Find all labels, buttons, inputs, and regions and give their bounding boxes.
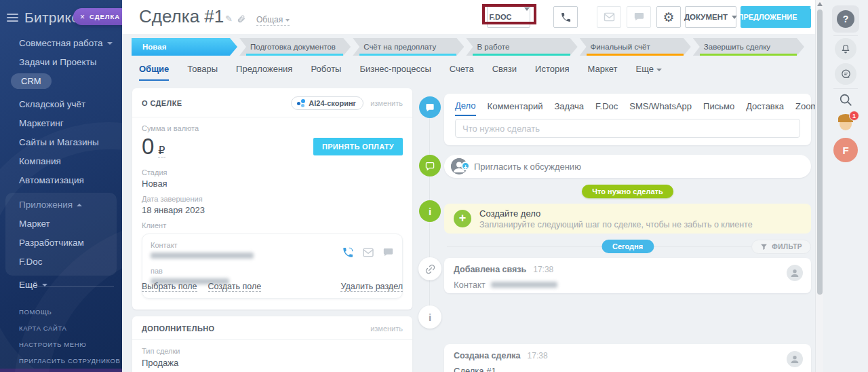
deal-category-select[interactable]: Общая xyxy=(256,15,290,26)
invite-avatar-icon: + xyxy=(451,158,467,174)
sidebar-footer-help[interactable]: ПОМОЩЬ xyxy=(19,304,120,320)
settings-button[interactable]: ⚙ xyxy=(656,6,681,28)
sidebar-item-apps[interactable]: Приложения xyxy=(5,196,117,215)
tl-tab-delivery[interactable]: Доставка xyxy=(746,101,784,115)
call-contact-icon[interactable] xyxy=(342,246,354,259)
tab-invoices[interactable]: Счета xyxy=(450,64,474,81)
timeline-entry-deal-created[interactable]: Создана сделка 17:38 Сделка #1 xyxy=(444,344,811,372)
tab-market[interactable]: Маркет xyxy=(588,64,618,81)
sidebar-footer-sitemap[interactable]: КАРТА САЙТА xyxy=(19,320,120,337)
tl-tab-activity[interactable]: Дело xyxy=(455,100,476,116)
additional-edit-link[interactable]: изменить xyxy=(370,324,403,333)
tab-links[interactable]: Связи xyxy=(492,64,517,81)
vertical-scrollbar[interactable] xyxy=(815,0,823,372)
stage-prepay-invoice[interactable]: Счёт на предоплату xyxy=(353,38,464,56)
choose-field-link[interactable]: Выбрать поле xyxy=(142,282,197,292)
accept-payment-button[interactable]: ПРИНЯТЬ ОПЛАТУ xyxy=(313,138,403,155)
paperclip-icon[interactable] xyxy=(237,14,245,23)
todo-input[interactable] xyxy=(455,119,800,138)
about-edit-link[interactable]: изменить xyxy=(370,99,403,107)
close-icon[interactable]: × xyxy=(80,13,85,21)
entry-author-avatar[interactable] xyxy=(787,351,803,367)
tab-quotes[interactable]: Предложения xyxy=(236,64,292,81)
stage-new[interactable]: Новая xyxy=(132,38,237,56)
sidebar-item-crm[interactable]: CRM xyxy=(0,73,122,94)
today-pill[interactable]: Сегодня xyxy=(601,240,654,253)
scrollbar-thumb[interactable] xyxy=(817,10,823,295)
timeline-entry-link-added[interactable]: Добавлена связь 17:38 Контакт xyxy=(444,258,811,293)
stage-value[interactable]: Новая xyxy=(142,179,403,189)
close-date-value[interactable]: 18 января 2023 xyxy=(142,205,403,215)
sidebar-item-more[interactable]: Ещё xyxy=(0,276,122,295)
main-content: Сделка #1 ✎ Общая F.DOC xyxy=(122,0,815,372)
sidebar-item-fdoc[interactable]: F.Doc xyxy=(5,253,117,272)
tab-history[interactable]: История xyxy=(535,64,569,81)
sidebar-item-tasks[interactable]: Задачи и Проекты xyxy=(0,53,122,72)
sidebar-footer-invite[interactable]: ПРИГЛАСИТЬ СОТРУДНИКОВ xyxy=(19,353,120,369)
invite-row[interactable]: + Пригласить к обсуждению xyxy=(444,155,811,178)
hint-title[interactable]: Создайте дело xyxy=(479,208,753,219)
additional-card: ДОПОЛНИТЕЛЬНО изменить Тип сделки Продаж… xyxy=(132,316,412,372)
stage-close-deal[interactable]: Завершить сделку xyxy=(693,38,804,56)
email-button[interactable] xyxy=(597,6,621,28)
tab-bizproc[interactable]: Бизнес-процессы xyxy=(359,64,431,81)
about-deal-card: О СДЕЛКЕ AI24-скоринг изменить Сумма и в… xyxy=(132,88,412,310)
hamburger-menu-icon[interactable] xyxy=(7,14,18,22)
deal-type-value[interactable]: Продажа xyxy=(142,358,403,368)
help-button[interactable]: ? xyxy=(832,5,859,33)
sidebar-item-developers[interactable]: Разработчикам xyxy=(5,234,117,253)
chevron-down-icon[interactable] xyxy=(810,7,815,22)
messenger-button[interactable] xyxy=(835,63,856,85)
sidebar-footer-configure-menu[interactable]: НАСТРОИТЬ МЕНЮ xyxy=(19,337,120,353)
redacted-contact-name[interactable] xyxy=(151,253,254,259)
deal-tab-badge[interactable]: × СДЕЛКА xyxy=(73,8,122,25)
tab-products[interactable]: Товары xyxy=(187,64,218,81)
sidebar-item-collab[interactable]: Совместная работа xyxy=(0,34,122,53)
tab-general[interactable]: Общие xyxy=(139,64,169,81)
search-button[interactable] xyxy=(838,92,853,107)
tl-tab-mail[interactable]: Письмо xyxy=(703,101,734,115)
stage-final-invoice[interactable]: Финальный счёт xyxy=(580,38,691,56)
tl-tab-task[interactable]: Задача xyxy=(554,101,584,115)
add-activity-button[interactable]: + xyxy=(454,210,471,227)
entry-body[interactable]: Сделка #1 xyxy=(454,366,496,372)
filter-button[interactable]: ФИЛЬТР xyxy=(751,240,811,254)
logo-brand[interactable]: Битрикс xyxy=(24,10,79,26)
user-avatar[interactable]: 1 xyxy=(835,113,856,134)
account-avatar[interactable]: F xyxy=(833,138,858,162)
sidebar-item-marketing[interactable]: Маркетинг xyxy=(0,114,122,133)
document-button[interactable]: ДОКУМЕНТ xyxy=(685,6,736,28)
stage-in-progress[interactable]: В работе xyxy=(466,38,577,56)
tl-tab-sms[interactable]: SMS/WhatsApp xyxy=(629,101,692,115)
redacted-entry-contact[interactable] xyxy=(491,282,557,288)
stage-docs[interactable]: Подготовка документов xyxy=(239,38,351,56)
call-button[interactable] xyxy=(553,6,578,28)
chevron-down-icon[interactable] xyxy=(524,7,530,22)
fdoc-button[interactable]: F.DOC xyxy=(487,6,530,28)
notifications-button[interactable] xyxy=(835,38,856,60)
entry-author-avatar[interactable] xyxy=(787,265,803,281)
tab-robots[interactable]: Роботы xyxy=(311,64,341,81)
deal-currency[interactable]: ₽ xyxy=(158,144,165,157)
tab-more[interactable]: Еще xyxy=(636,64,662,81)
sidebar-item-sites[interactable]: Сайты и Магазины xyxy=(0,133,122,152)
entry-title: Создана сделка xyxy=(454,351,521,360)
sidebar-item-inventory[interactable]: Складской учёт xyxy=(0,95,122,114)
edit-pencil-icon[interactable]: ✎ xyxy=(225,14,233,24)
comment-bubble-icon xyxy=(425,161,435,171)
tl-tab-fdoc[interactable]: F.Doc xyxy=(595,101,618,115)
scroll-up-arrow-icon[interactable] xyxy=(817,2,823,6)
chat-contact-icon[interactable] xyxy=(382,247,394,258)
chat-button[interactable] xyxy=(627,6,651,28)
delete-section-link[interactable]: Удалить раздел xyxy=(340,282,403,292)
tl-tab-comment[interactable]: Комментарий xyxy=(488,101,543,115)
ai-scoring-badge[interactable]: AI24-скоринг xyxy=(291,96,363,110)
deal-sum-value[interactable]: 0 xyxy=(142,134,154,159)
email-contact-icon[interactable] xyxy=(362,248,374,257)
create-field-link[interactable]: Создать поле xyxy=(208,282,262,292)
sidebar-item-market[interactable]: Маркет xyxy=(5,215,117,234)
proposal-button[interactable]: ПРЕДЛОЖЕНИЕ xyxy=(741,6,811,28)
sidebar-item-company[interactable]: Компания xyxy=(0,152,122,171)
sidebar-item-automation[interactable]: Автоматизация xyxy=(0,171,122,190)
todo-pill-button[interactable]: Что нужно сделать xyxy=(582,185,673,198)
